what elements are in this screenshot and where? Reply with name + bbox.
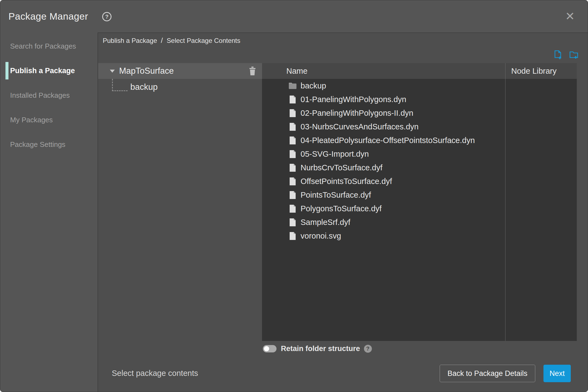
column-divider [505,63,505,341]
retain-folder-label: Retain folder structure [281,345,360,353]
table-row[interactable]: SampleSrf.dyf [262,215,577,229]
table-row[interactable]: 03-NurbsCurvesAndSurfaces.dyn [262,120,577,133]
file-icon [288,231,297,240]
add-file-icon[interactable] [553,50,563,59]
folder-icon [288,81,297,90]
file-name: 05-SVG-Import.dyn [301,150,369,159]
sidebar: Search for PackagesPublish a PackageInst… [0,32,98,392]
file-icon [288,150,297,158]
footer-hint: Select package contents [112,369,198,378]
sidebar-item-package-settings[interactable]: Package Settings [0,132,98,157]
file-icon [288,109,297,117]
table-row[interactable]: NurbsCrvToSurface.dyf [262,161,577,174]
active-accent-bar [5,62,8,79]
file-icon [288,163,297,172]
table-row[interactable]: 04-PleatedPolysurface-OffsetPointstoSurf… [262,133,577,147]
file-name: OffsetPointsToSurface.dyf [301,177,392,186]
file-icon [288,95,297,104]
window-title: Package Manager [8,0,88,32]
file-name: PointsToSurface.dyf [301,191,371,200]
sidebar-item-publish-a-package[interactable]: Publish a Package [0,58,98,83]
table-row[interactable]: PointsToSurface.dyf [262,188,577,202]
sidebar-item-label: Installed Packages [10,91,70,100]
close-icon[interactable]: ✕ [563,10,577,23]
table-row[interactable]: OffsetPointsToSurface.dyf [262,174,577,188]
back-to-package-details-button[interactable]: Back to Package Details [440,365,535,382]
file-name: 02-PanelingWithPolygons-II.dyn [301,109,413,118]
sidebar-item-label: Publish a Package [10,67,75,75]
file-name: NurbsCrvToSurface.dyf [301,163,383,172]
chevron-down-icon[interactable] [110,70,115,73]
tree-connector-line [112,79,128,91]
delete-folder-icon[interactable] [249,67,256,76]
sidebar-item-label: Package Settings [10,140,65,149]
breadcrumb: Publish a Package / Select Package Conte… [103,36,240,45]
tree-item-backup[interactable]: backup [130,79,158,95]
column-header-name: Name [286,63,307,79]
file-icon [288,204,297,213]
file-name: backup [301,81,326,90]
sidebar-item-installed-packages[interactable]: Installed Packages [0,83,98,108]
breadcrumb-publish[interactable]: Publish a Package [103,37,157,44]
package-manager-window: Package Manager ? ✕ Search for PackagesP… [0,0,588,392]
next-button[interactable]: Next [543,365,571,382]
column-header-node-library: Node Library [511,63,557,79]
table-row[interactable]: 05-SVG-Import.dyn [262,147,577,161]
toggle-knob [264,346,269,351]
file-name: 01-PanelingWithPolygons.dyn [301,95,406,104]
retain-folder-row: Retain folder structure ? [263,344,372,354]
file-name: SampleSrf.dyf [301,218,350,227]
table-row[interactable]: backup [262,79,577,93]
breadcrumb-select-contents: Select Package Contents [167,37,240,44]
sidebar-item-my-packages[interactable]: My Packages [0,108,98,132]
tree-root-row[interactable]: MapToSurface [98,63,262,79]
table-body: backup01-PanelingWithPolygons.dyn02-Pane… [262,79,577,341]
file-icon [288,218,297,227]
table-row[interactable]: voronoi.svg [262,229,577,243]
content-area: Publish a Package / Select Package Conte… [98,32,588,392]
sidebar-item-label: My Packages [10,116,53,124]
table-header: Name Node Library [262,63,577,79]
add-folder-icon[interactable] [569,50,578,59]
file-icon [288,191,297,199]
tree-root-label: MapToSurface [119,66,174,76]
table-row[interactable]: 02-PanelingWithPolygons-II.dyn [262,106,577,120]
file-icon [288,177,297,186]
breadcrumb-separator: / [161,36,163,45]
table-row[interactable]: 01-PanelingWithPolygons.dyn [262,93,577,106]
titlebar: Package Manager ? ✕ [0,0,588,32]
file-name: PolygonsToSurface.dyf [301,204,382,213]
retain-folder-help-icon[interactable]: ? [364,345,372,353]
file-name: 03-NurbsCurvesAndSurfaces.dyn [301,122,419,131]
file-name: voronoi.svg [301,231,341,240]
file-icon [288,136,297,145]
table-row[interactable]: PolygonsToSurface.dyf [262,202,577,215]
retain-folder-toggle[interactable] [263,345,277,352]
package-contents-table: Name Node Library backup01-PanelingWithP… [262,63,577,341]
file-icon [288,122,297,131]
sidebar-item-search-for-packages[interactable]: Search for Packages [0,34,98,58]
help-icon[interactable]: ? [102,12,111,21]
file-name: 04-PleatedPolysurface-OffsetPointstoSurf… [301,136,475,145]
sidebar-item-label: Search for Packages [10,42,76,51]
